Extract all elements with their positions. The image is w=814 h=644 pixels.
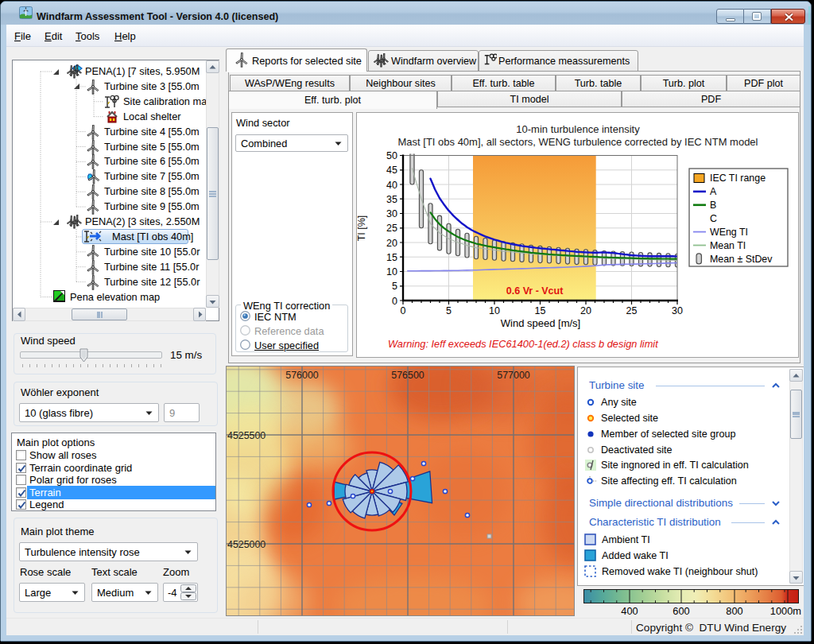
svg-text:Mean ± StDev: Mean ± StDev	[710, 254, 773, 265]
svg-text:5: 5	[392, 281, 397, 292]
svg-text:25: 25	[626, 305, 638, 316]
svg-text:25: 25	[386, 223, 397, 234]
svg-text:45: 45	[386, 165, 397, 176]
svg-text:4525000: 4525000	[227, 539, 266, 550]
svg-text:0: 0	[392, 296, 397, 307]
svg-text:Mast [TI obs 40m], all sectors: Mast [TI obs 40m], all sectors, WENG tur…	[398, 136, 758, 148]
svg-text:15: 15	[386, 252, 397, 263]
svg-text:40: 40	[386, 180, 397, 191]
svg-text:20: 20	[386, 238, 397, 249]
svg-text:Wind speed [m/s]: Wind speed [m/s]	[501, 317, 580, 329]
svg-text:10-min turbulence intensity: 10-min turbulence intensity	[516, 123, 640, 135]
svg-text:10: 10	[489, 305, 500, 316]
svg-text:50: 50	[386, 150, 397, 161]
svg-text:30: 30	[672, 305, 683, 316]
svg-text:C: C	[710, 213, 717, 224]
svg-text:20: 20	[580, 305, 591, 316]
svg-text:IEC TI range: IEC TI range	[710, 173, 766, 184]
svg-text:TI [%]: TI [%]	[356, 215, 367, 242]
svg-text:577000: 577000	[497, 370, 529, 381]
svg-text:30: 30	[386, 208, 397, 219]
svg-text:0.6 Vr - Vcut: 0.6 Vr - Vcut	[506, 285, 564, 297]
svg-text:A: A	[710, 186, 717, 197]
svg-text:Warning: Ieff exceeds IEC61400: Warning: Ieff exceeds IEC61400-1(ed.2) c…	[388, 338, 658, 350]
svg-text:576500: 576500	[391, 370, 424, 381]
svg-text:5: 5	[446, 305, 452, 316]
svg-text:15: 15	[535, 305, 546, 316]
svg-text:4525500: 4525500	[227, 430, 266, 441]
svg-text:576000: 576000	[285, 370, 318, 381]
svg-text:B: B	[710, 200, 716, 211]
svg-text:35: 35	[386, 194, 397, 205]
svg-text:10: 10	[386, 266, 397, 277]
svg-text:WEng TI: WEng TI	[710, 227, 748, 238]
svg-text:Mean TI: Mean TI	[710, 240, 746, 251]
svg-text:0: 0	[401, 305, 406, 316]
